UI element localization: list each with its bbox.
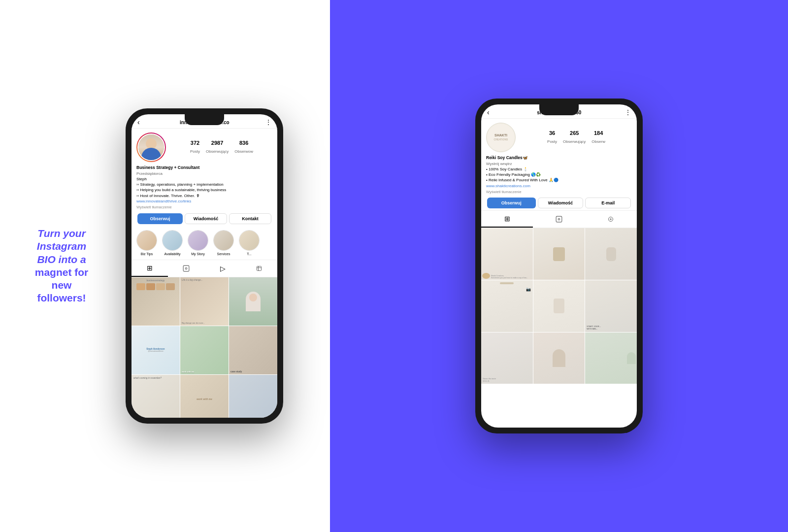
highlight-circle-services bbox=[213, 230, 234, 251]
sg-cell-2-2[interactable] bbox=[533, 280, 585, 332]
follow-button-1[interactable]: Obserwuj bbox=[137, 213, 183, 224]
message-button-2[interactable]: Wiadomość bbox=[538, 198, 584, 208]
translate-2[interactable]: Wyświetl tłumaczenie bbox=[486, 190, 632, 195]
email-button-2[interactable]: E-mail bbox=[585, 198, 631, 208]
stat-followers-label: Obserwujący bbox=[206, 149, 229, 154]
sg-cell-3-3[interactable] bbox=[585, 332, 637, 384]
ig-highlights-1: Biz Tips Availability My Story bbox=[131, 226, 277, 260]
highlight-biztips[interactable]: Biz Tips bbox=[136, 230, 157, 256]
grid-cell-3-3[interactable]: case study bbox=[229, 375, 277, 418]
highlight-circle-more bbox=[239, 230, 260, 251]
grid-cell-3-1[interactable]: what's coming in november? bbox=[131, 375, 180, 418]
highlight-services[interactable]: Services bbox=[213, 230, 234, 256]
highlight-mystory[interactable]: My Story bbox=[188, 230, 208, 256]
stat2-followers-num: 265 bbox=[563, 130, 586, 136]
ig-stats-2: 36 Posty 265 Obserwujący 184 Obserw bbox=[521, 130, 632, 145]
tab-reels-2[interactable] bbox=[533, 211, 585, 228]
avatar-inner-1 bbox=[137, 133, 165, 161]
follow-button-2[interactable]: Obserwuj bbox=[487, 198, 536, 208]
grid-cell-1-2[interactable]: Life is a big change... Big change can d… bbox=[180, 277, 229, 326]
avatar-person-1 bbox=[138, 134, 164, 160]
svg-point-1 bbox=[185, 267, 187, 269]
more-icon-2[interactable]: ⋮ bbox=[625, 109, 631, 116]
phone-1: ‹ innovateandthrive.co ⋮ 372 Posty bbox=[126, 108, 283, 424]
grid-cell-1-3[interactable] bbox=[229, 277, 277, 326]
grid-cell-2-2[interactable]: work with me bbox=[180, 326, 229, 374]
tab-video-1[interactable]: ▷ bbox=[204, 260, 241, 277]
highlight-circle-biztips bbox=[136, 230, 157, 251]
bio-line2-1: • Eco Friendly Packaging 🌎♻️ bbox=[486, 172, 632, 177]
highlight-label-services: Services bbox=[213, 252, 234, 256]
message-button-1[interactable]: Wiadomość bbox=[185, 213, 227, 224]
bio-line-1: ›› Strategy, operations, planning + impl… bbox=[136, 182, 272, 187]
phone-notch-2 bbox=[539, 104, 579, 115]
tab-grid-1[interactable]: ⊞ bbox=[131, 260, 168, 277]
sg-cell-2-3[interactable]: START JOUR...WITH MIN... bbox=[585, 280, 637, 332]
sg-cell-3-1[interactable]: Savor the taste10 11 21 bbox=[481, 332, 533, 384]
ig-buttons-2: Obserwuj Wiadomość E-mail bbox=[486, 198, 632, 208]
highlight-more[interactable]: T... bbox=[239, 230, 260, 256]
stat-following-label: Obserwow bbox=[234, 149, 253, 154]
tab-tagged-2[interactable] bbox=[585, 211, 637, 228]
stat-posts-label: Posty bbox=[190, 149, 200, 154]
ig-stat-followers: 2987 Obserwujący bbox=[206, 140, 229, 155]
ig-tabs-1: ⊞ ▷ bbox=[131, 260, 277, 277]
ig-stat-posts-2: 36 Posty bbox=[547, 130, 557, 145]
sg-cell-3-2[interactable] bbox=[533, 332, 585, 384]
bio-name-2: Reiki Soy Candles🦋 bbox=[486, 155, 632, 161]
contact-button-1[interactable]: Kontakt bbox=[229, 213, 271, 224]
highlight-label-biztips: Biz Tips bbox=[136, 252, 157, 256]
sg-cell-2-1[interactable]: 📷 bbox=[481, 280, 533, 332]
sg-cell-1-2[interactable] bbox=[533, 228, 585, 280]
tagline-container: Turn your Instagram BIO into a magnet fo… bbox=[27, 227, 96, 305]
shakti-logo-text: SHAKTICREATIONS bbox=[494, 133, 508, 142]
svg-rect-2 bbox=[257, 266, 262, 270]
sg-cell-1-1[interactable]: Shakti CreationsSometimes you just have … bbox=[481, 228, 533, 280]
svg-point-6 bbox=[558, 219, 560, 221]
bio-category-1: Przedsiębiorca bbox=[136, 171, 272, 176]
svg-rect-0 bbox=[183, 266, 189, 271]
more-icon-1[interactable]: ⋮ bbox=[265, 119, 271, 126]
highlight-label-availability: Availability bbox=[162, 252, 183, 256]
grid-cell-3-2[interactable]: work with me bbox=[180, 375, 229, 418]
bio-category-2: Wystrój wnętrz bbox=[486, 161, 632, 166]
bio-line-3: ›› Host of Innovate. Thrive. Other. 🎙 bbox=[136, 193, 272, 199]
ig-stat-following: 836 Obserwow bbox=[234, 140, 253, 155]
phone-screen-2: ‹ shakticreations360 ⋮ SHAKTICREATIONS 3… bbox=[481, 104, 637, 428]
ig-profile-section-1: 372 Posty 2987 Obserwujący 836 Obserwow bbox=[131, 129, 277, 226]
stat-posts-num: 372 bbox=[190, 140, 200, 146]
bio-line2-0: • 100% Soy Candles 🕯️ bbox=[486, 166, 632, 172]
ig-stat-following-2: 184 Obserw bbox=[591, 130, 605, 145]
bio-line-2: ›› Helping you build a sustainable, thri… bbox=[136, 187, 272, 193]
hl-img-mystory bbox=[188, 231, 208, 250]
sg-cell-1-3[interactable] bbox=[585, 228, 637, 280]
hl-img-more bbox=[239, 231, 259, 250]
tab-tagged-1[interactable] bbox=[241, 260, 277, 277]
stat2-following-label: Obserw bbox=[591, 139, 605, 144]
stat2-posts-num: 36 bbox=[547, 130, 557, 136]
ig-profile-top-2: SHAKTICREATIONS 36 Posty 265 Obserwujący bbox=[486, 123, 632, 152]
ig-grid-1: businessstrategy Life is a big change...… bbox=[131, 277, 277, 418]
ig-bio-1: Business Strategy + Consultant Przedsięb… bbox=[136, 165, 272, 210]
highlight-label-mystory: My Story bbox=[188, 252, 208, 256]
left-panel: Turn your Instagram BIO into a magnet fo… bbox=[0, 0, 330, 532]
grid-cell-1-1[interactable]: businessstrategy bbox=[131, 277, 180, 326]
bio-link-2[interactable]: www.shakticreations.com bbox=[486, 183, 632, 189]
shakti-avatar: SHAKTICREATIONS bbox=[486, 123, 516, 152]
grid-cell-2-3[interactable]: case study bbox=[229, 326, 277, 374]
ig-stats-1: 372 Posty 2987 Obserwujący 836 Obserwow bbox=[171, 140, 272, 155]
tab-reels-1[interactable] bbox=[168, 260, 204, 277]
back-icon-1[interactable]: ‹ bbox=[137, 118, 140, 126]
tab-grid-2[interactable]: ⊞ bbox=[481, 211, 533, 228]
right-panel: ‹ shakticreations360 ⋮ SHAKTICREATIONS 3… bbox=[330, 0, 788, 532]
hl-img-services bbox=[214, 231, 233, 250]
highlight-availability[interactable]: Availability bbox=[162, 230, 183, 256]
stat2-posts-label: Posty bbox=[547, 139, 557, 144]
stat2-followers-label: Obserwujący bbox=[563, 139, 586, 144]
grid-cell-2-1[interactable]: Steph Henderson @innovateandthrive bbox=[131, 326, 180, 374]
bio-link-1[interactable]: www.innovateandthrive.co/links bbox=[136, 199, 272, 204]
ig-stat-followers-2: 265 Obserwujący bbox=[563, 130, 586, 145]
translate-1[interactable]: Wyświetl tłumaczenie bbox=[136, 205, 272, 210]
ig-grid-2: Shakti CreationsSometimes you just have … bbox=[481, 228, 637, 384]
back-icon-2[interactable]: ‹ bbox=[487, 108, 490, 116]
